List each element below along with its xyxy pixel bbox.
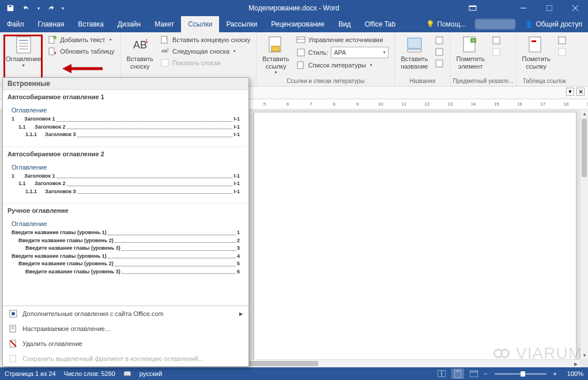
style-combo[interactable]: APA▾ [331, 47, 389, 58]
status-proofing-icon[interactable]: 📖 [123, 370, 131, 378]
scroll-down-icon[interactable]: ▼ [581, 351, 588, 359]
zoom-thumb[interactable] [521, 371, 525, 377]
show-notes-icon [160, 58, 169, 67]
mark-citation-button[interactable]: Пометить ссылку [519, 33, 554, 70]
status-page[interactable]: Страница 1 из 24 [5, 370, 56, 377]
tab-officetab[interactable]: Office Tab [358, 16, 403, 32]
insert-citation-button[interactable]: Вставить ссылку ▼ [259, 33, 293, 74]
zoom-level[interactable]: 100% [560, 370, 583, 377]
svg-rect-23 [272, 46, 280, 51]
svg-rect-28 [408, 38, 421, 48]
bib-icon [296, 61, 306, 70]
status-language[interactable]: русский [140, 370, 162, 377]
window-title: Моделирование.docx - Word [248, 4, 340, 12]
web-layout-icon[interactable] [468, 368, 480, 379]
gallery-manual-preview[interactable]: Оглавление Введите название главы (урове… [6, 216, 245, 280]
save-icon[interactable] [3, 1, 17, 15]
save-toc-icon [9, 354, 18, 363]
account-blur [475, 19, 515, 29]
share-button[interactable]: 👤Общий доступ [519, 20, 588, 28]
svg-text:+: + [472, 38, 475, 43]
redo-icon[interactable] [44, 1, 58, 15]
read-mode-icon[interactable] [435, 368, 448, 379]
zoom-in[interactable]: + [553, 370, 557, 377]
zoom-slider[interactable] [495, 373, 546, 375]
svg-rect-38 [529, 37, 541, 52]
more-from-office[interactable]: Дополнительные оглавления с сайта Office… [3, 306, 248, 321]
tab-view[interactable]: Вид [331, 16, 358, 32]
ribbon-display-icon[interactable] [461, 0, 484, 16]
tab-review[interactable]: Рецензирование [264, 16, 331, 32]
chevron-down-icon: ▼ [274, 70, 278, 74]
insert-endnote[interactable]: iВставить концевую сноску [159, 35, 251, 45]
svg-rect-3 [546, 5, 552, 11]
tab-file[interactable]: Файл [0, 16, 31, 32]
doc-tab-close[interactable]: ✕ [576, 88, 585, 96]
scroll-right-icon[interactable]: ▶ [572, 360, 580, 367]
insert-caption-button[interactable]: Вставить название [397, 33, 431, 70]
manage-sources[interactable]: Управление источниками [295, 35, 390, 45]
tab-home[interactable]: Главная [31, 16, 71, 32]
gallery-manual-title: Ручное оглавление [6, 205, 245, 216]
scroll-up-icon[interactable]: ▲ [581, 110, 588, 118]
add-text-button[interactable]: +Добавить текст▾ [47, 35, 115, 45]
print-layout-icon[interactable] [451, 368, 464, 379]
show-footnotes: Показать сноски [159, 58, 251, 68]
gallery-auto2-preview[interactable]: Оглавление 1Заголовок 1I-1 1.1Заголовок … [6, 160, 245, 200]
close-button[interactable] [562, 0, 588, 16]
undo-icon[interactable] [20, 1, 33, 15]
tab-references[interactable]: Ссылки [181, 16, 219, 32]
remove-toc[interactable]: Удалить оглавление [3, 336, 248, 351]
endnote-icon: i [160, 35, 169, 44]
caption-opt1[interactable] [434, 35, 445, 46]
update-icon [48, 47, 57, 56]
toc-button[interactable]: Оглавление ▼ [2, 33, 44, 67]
zoom-out[interactable]: − [484, 370, 487, 377]
svg-rect-30 [436, 37, 443, 44]
scroll-thumb[interactable] [582, 119, 587, 177]
idx-opt1[interactable] [491, 35, 502, 46]
qat-customize[interactable]: ▾ [60, 6, 66, 11]
svg-rect-37 [493, 48, 500, 55]
office-icon [9, 309, 18, 318]
svg-rect-6 [17, 37, 31, 53]
vertical-scrollbar[interactable]: ▲ ▼ [580, 110, 588, 359]
style-select[interactable]: Стиль: APA▾ [295, 46, 390, 59]
svg-rect-24 [297, 37, 305, 43]
footnote-icon: AB1 [131, 36, 149, 54]
citation-icon [267, 36, 285, 54]
save-selection-toc: Сохранить выделенный фрагмент в коллекци… [3, 351, 248, 366]
next-footnote[interactable]: AB1Следующая сноска▾ [159, 46, 251, 57]
bulb-icon: 💡 [426, 20, 435, 28]
page[interactable] [254, 112, 576, 367]
svg-rect-1 [469, 6, 476, 7]
tab-insert[interactable]: Вставка [71, 16, 111, 32]
mark-entry-button[interactable]: + Пометить элемент [453, 33, 488, 70]
caption-opt2[interactable] [434, 47, 445, 57]
minimize-button[interactable] [510, 0, 536, 16]
auth-opt2 [556, 47, 568, 57]
tell-me[interactable]: 💡Помощ... [420, 20, 472, 28]
svg-rect-14 [49, 48, 54, 55]
mark-entry-icon: + [461, 36, 480, 54]
custom-toc[interactable]: Настраиваемое оглавление... [3, 321, 248, 336]
caption-opt3[interactable] [434, 58, 445, 69]
doc-tab-dropdown[interactable]: ▼ [566, 88, 574, 96]
svg-rect-27 [297, 62, 303, 69]
chevron-down-icon: ▼ [21, 63, 25, 67]
tab-mailings[interactable]: Рассылки [219, 16, 264, 32]
insert-footnote-button[interactable]: AB1 Вставить сноску [123, 33, 157, 70]
update-table-button[interactable]: Обновить таблицу [47, 46, 115, 57]
auth-opt1[interactable] [556, 35, 568, 46]
share-icon: 👤 [525, 20, 533, 28]
svg-rect-31 [436, 48, 443, 55]
tab-design[interactable]: Дизайн [111, 16, 148, 32]
caption-icon [405, 36, 424, 54]
svg-rect-32 [436, 60, 443, 67]
qat-dropdown[interactable]: ▾ [36, 6, 42, 11]
tab-layout[interactable]: Макет [148, 16, 181, 32]
gallery-auto1-preview[interactable]: Оглавление 1Заголовок 1I-1 1.1Заголовок … [6, 103, 245, 143]
bibliography[interactable]: Список литературы▾ [295, 60, 390, 70]
status-words[interactable]: Число слов: 5280 [64, 370, 115, 377]
maximize-button[interactable] [536, 0, 562, 16]
